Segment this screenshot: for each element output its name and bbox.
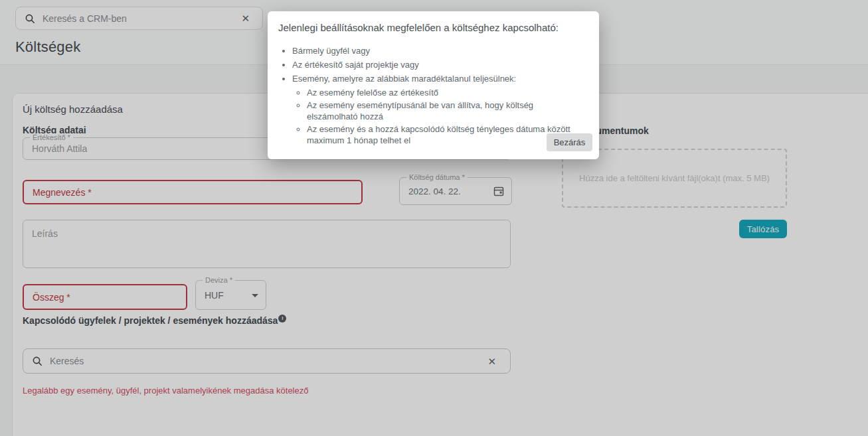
list-item: Esemény, amelyre az alábbiak maradéktala…	[292, 73, 586, 146]
modal-title: Jelenlegi beállításoknak megfelelően a k…	[278, 21, 586, 35]
list-item: Az esemény és a hozzá kapcsolódó költség…	[307, 123, 586, 146]
close-modal-button[interactable]: Bezárás	[547, 133, 592, 151]
list-item: Az esemény felelőse az értékesítő	[307, 87, 586, 98]
list-item: Bármely ügyfél vagy	[292, 45, 586, 57]
list-item: Az esemény eseménytípusánál be van állít…	[307, 100, 586, 122]
modal-sub-bullet-list: Az esemény felelőse az értékesítő Az ese…	[292, 87, 586, 146]
crm-costs-page: Keresés a CRM-ben ✕ Költségek Új költség…	[0, 0, 868, 436]
list-item: Az értékesítő saját projektje vagy	[292, 59, 586, 71]
modal-bullet-list: Bármely ügyfél vagy Az értékesítő saját …	[278, 45, 586, 146]
cost-rules-modal: Jelenlegi beállításoknak megfelelően a k…	[268, 11, 599, 159]
